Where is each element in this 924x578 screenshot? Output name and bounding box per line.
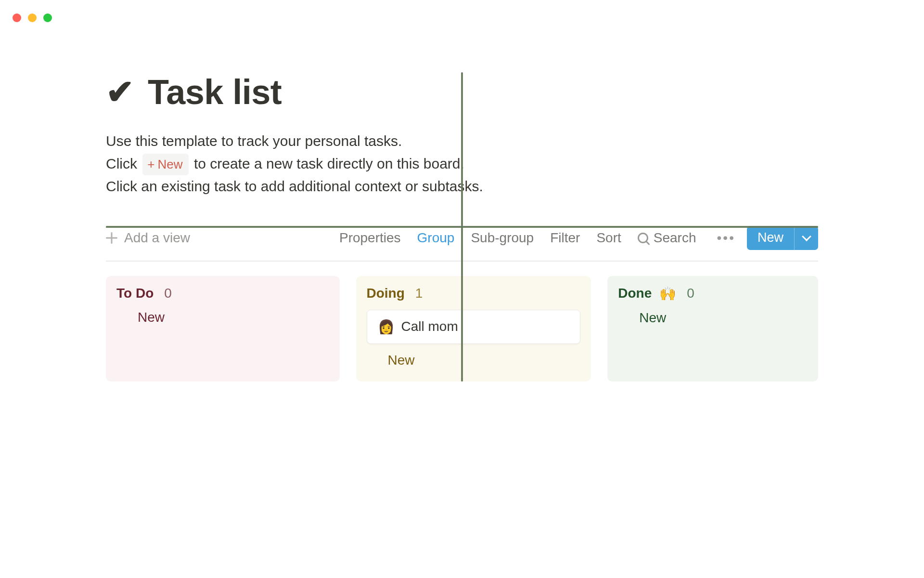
column-todo: To Do 0 New [106,276,340,381]
kanban-board: To Do 0 New Doing 1 👩 Call mom New [106,276,818,381]
plus-icon [106,232,117,244]
subgroup-button[interactable]: Sub-group [471,230,534,246]
page-title: Task list [148,72,282,112]
woman-emoji-icon: 👩 [378,319,395,335]
desc-text: Click [106,156,141,171]
column-count: 0 [687,286,694,301]
close-window-icon[interactable] [13,13,21,22]
window-controls [13,13,52,22]
hands-emoji-icon: 🙌 [659,286,676,302]
plus-icon [620,313,630,323]
column-header-done[interactable]: Done 🙌 0 [618,286,808,302]
add-card-label: New [138,310,165,325]
task-card[interactable]: 👩 Call mom [367,310,581,344]
more-options-button[interactable]: ••• [717,230,735,246]
column-title: Done [618,286,652,301]
new-button-label[interactable]: New [747,226,794,250]
sort-button[interactable]: Sort [596,230,621,246]
group-button[interactable]: Group [417,230,455,246]
task-card-title: Call mom [401,319,458,334]
add-view-label: Add a view [124,230,190,246]
plus-icon [369,355,379,366]
column-header-doing[interactable]: Doing 1 [367,286,581,301]
add-card-done[interactable]: New [618,310,808,326]
chevron-down-icon [802,232,811,241]
add-card-doing[interactable]: New [367,353,581,368]
search-label: Search [654,230,696,246]
add-card-todo[interactable]: New [116,310,329,325]
plus-icon: + [147,155,154,174]
new-button[interactable]: New [747,226,818,250]
column-done: Done 🙌 0 New [607,276,818,381]
column-doing: Doing 1 👩 Call mom New [356,276,591,381]
plus-icon [118,312,129,323]
column-count: 1 [415,286,423,301]
add-card-label: New [388,353,415,368]
desc-text: to create a new task directly on this bo… [194,156,464,171]
column-title: Doing [367,286,405,301]
filter-button[interactable]: Filter [550,230,580,246]
search-button[interactable]: Search [638,230,696,246]
inline-new-label: New [158,155,183,174]
minimize-window-icon[interactable] [28,13,37,22]
page-content: ✔ Task list Use this template to track y… [106,72,818,381]
inline-new-badge: + New [142,154,188,175]
column-title: To Do [116,286,154,301]
properties-button[interactable]: Properties [339,230,401,246]
column-header-todo[interactable]: To Do 0 [116,286,329,301]
add-view-button[interactable]: Add a view [106,230,190,246]
column-count: 0 [164,286,172,301]
search-icon [638,233,648,243]
add-card-label: New [639,310,666,326]
checkmark-icon: ✔ [106,75,134,109]
maximize-window-icon[interactable] [43,13,52,22]
new-button-dropdown[interactable] [794,226,818,250]
